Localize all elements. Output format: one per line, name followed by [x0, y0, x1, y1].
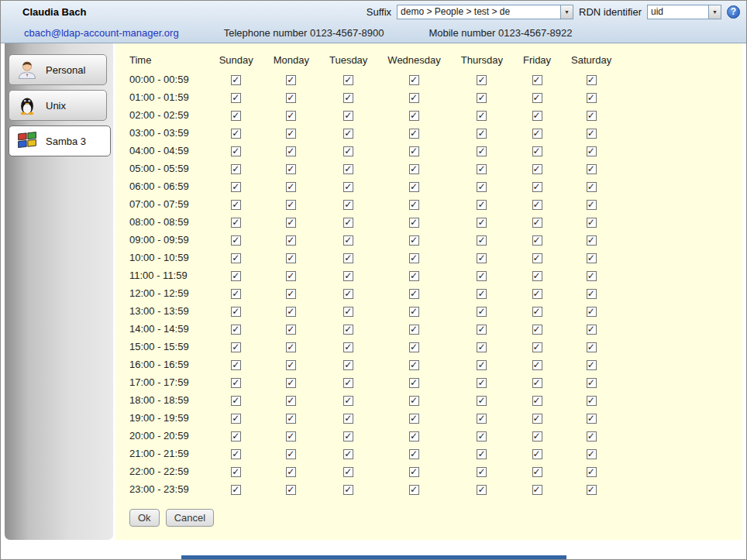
- logon-hour-checkbox[interactable]: [231, 218, 241, 228]
- logon-hour-checkbox[interactable]: [477, 378, 487, 388]
- suffix-select[interactable]: demo > People > test > de ▼: [397, 5, 573, 19]
- logon-hour-checkbox[interactable]: [477, 431, 487, 441]
- logon-hour-checkbox[interactable]: [231, 467, 241, 477]
- logon-hour-checkbox[interactable]: [231, 342, 241, 352]
- logon-hour-checkbox[interactable]: [231, 289, 241, 299]
- logon-hour-checkbox[interactable]: [532, 342, 542, 352]
- logon-hour-checkbox[interactable]: [231, 449, 241, 459]
- ok-button[interactable]: Ok: [129, 509, 160, 527]
- logon-hour-checkbox[interactable]: [587, 360, 597, 370]
- logon-hour-checkbox[interactable]: [286, 75, 296, 85]
- logon-hour-checkbox[interactable]: [477, 307, 487, 317]
- tab-personal[interactable]: Personal: [9, 54, 107, 85]
- logon-hour-checkbox[interactable]: [532, 467, 542, 477]
- logon-hour-checkbox[interactable]: [587, 449, 597, 459]
- logon-hour-checkbox[interactable]: [587, 378, 597, 388]
- logon-hour-checkbox[interactable]: [532, 182, 542, 192]
- logon-hour-checkbox[interactable]: [587, 342, 597, 352]
- logon-hour-checkbox[interactable]: [587, 289, 597, 299]
- logon-hour-checkbox[interactable]: [409, 218, 419, 228]
- logon-hour-checkbox[interactable]: [532, 307, 542, 317]
- logon-hour-checkbox[interactable]: [532, 75, 542, 85]
- logon-hour-checkbox[interactable]: [231, 182, 241, 192]
- logon-hour-checkbox[interactable]: [343, 93, 353, 103]
- logon-hour-checkbox[interactable]: [231, 75, 241, 85]
- logon-hour-checkbox[interactable]: [477, 129, 487, 139]
- logon-hour-checkbox[interactable]: [477, 342, 487, 352]
- logon-hour-checkbox[interactable]: [587, 182, 597, 192]
- logon-hour-checkbox[interactable]: [532, 396, 542, 406]
- logon-hour-checkbox[interactable]: [286, 111, 296, 121]
- logon-hour-checkbox[interactable]: [532, 200, 542, 210]
- logon-hour-checkbox[interactable]: [532, 164, 542, 174]
- email-link[interactable]: cbach@ldap-account-manager.org: [24, 27, 179, 39]
- logon-hour-checkbox[interactable]: [343, 111, 353, 121]
- logon-hour-checkbox[interactable]: [231, 378, 241, 388]
- logon-hour-checkbox[interactable]: [409, 200, 419, 210]
- logon-hour-checkbox[interactable]: [343, 289, 353, 299]
- logon-hour-checkbox[interactable]: [231, 414, 241, 424]
- logon-hour-checkbox[interactable]: [477, 164, 487, 174]
- logon-hour-checkbox[interactable]: [286, 325, 296, 335]
- logon-hour-checkbox[interactable]: [477, 200, 487, 210]
- logon-hour-checkbox[interactable]: [532, 325, 542, 335]
- logon-hour-checkbox[interactable]: [532, 449, 542, 459]
- logon-hour-checkbox[interactable]: [231, 129, 241, 139]
- logon-hour-checkbox[interactable]: [343, 307, 353, 317]
- logon-hour-checkbox[interactable]: [587, 325, 597, 335]
- logon-hour-checkbox[interactable]: [409, 307, 419, 317]
- logon-hour-checkbox[interactable]: [532, 129, 542, 139]
- logon-hour-checkbox[interactable]: [532, 235, 542, 246]
- cancel-button[interactable]: Cancel: [166, 509, 214, 527]
- logon-hour-checkbox[interactable]: [532, 289, 542, 299]
- logon-hour-checkbox[interactable]: [409, 396, 419, 406]
- logon-hour-checkbox[interactable]: [286, 218, 296, 228]
- logon-hour-checkbox[interactable]: [477, 235, 487, 246]
- logon-hour-checkbox[interactable]: [587, 414, 597, 424]
- logon-hour-checkbox[interactable]: [286, 360, 296, 370]
- logon-hour-checkbox[interactable]: [343, 325, 353, 335]
- logon-hour-checkbox[interactable]: [409, 253, 419, 263]
- logon-hour-checkbox[interactable]: [343, 129, 353, 139]
- logon-hour-checkbox[interactable]: [409, 271, 419, 281]
- logon-hour-checkbox[interactable]: [532, 253, 542, 263]
- logon-hour-checkbox[interactable]: [286, 342, 296, 352]
- logon-hour-checkbox[interactable]: [409, 431, 419, 441]
- logon-hour-checkbox[interactable]: [231, 360, 241, 370]
- logon-hour-checkbox[interactable]: [409, 111, 419, 121]
- logon-hour-checkbox[interactable]: [343, 75, 353, 85]
- tab-unix[interactable]: Unix: [9, 90, 107, 121]
- logon-hour-checkbox[interactable]: [587, 129, 597, 139]
- logon-hour-checkbox[interactable]: [587, 396, 597, 406]
- logon-hour-checkbox[interactable]: [286, 253, 296, 263]
- logon-hour-checkbox[interactable]: [343, 431, 353, 441]
- logon-hour-checkbox[interactable]: [587, 253, 597, 263]
- logon-hour-checkbox[interactable]: [477, 111, 487, 121]
- logon-hour-checkbox[interactable]: [343, 164, 353, 174]
- logon-hour-checkbox[interactable]: [409, 325, 419, 335]
- help-icon[interactable]: ?: [727, 5, 740, 19]
- logon-hour-checkbox[interactable]: [409, 146, 419, 156]
- logon-hour-checkbox[interactable]: [587, 467, 597, 477]
- logon-hour-checkbox[interactable]: [532, 378, 542, 388]
- logon-hour-checkbox[interactable]: [587, 93, 597, 103]
- logon-hour-checkbox[interactable]: [477, 360, 487, 370]
- logon-hour-checkbox[interactable]: [532, 271, 542, 281]
- logon-hour-checkbox[interactable]: [343, 235, 353, 246]
- logon-hour-checkbox[interactable]: [477, 182, 487, 192]
- logon-hour-checkbox[interactable]: [477, 325, 487, 335]
- logon-hour-checkbox[interactable]: [409, 485, 419, 495]
- logon-hour-checkbox[interactable]: [286, 146, 296, 156]
- logon-hour-checkbox[interactable]: [286, 485, 296, 495]
- logon-hour-checkbox[interactable]: [587, 111, 597, 121]
- logon-hour-checkbox[interactable]: [231, 396, 241, 406]
- logon-hour-checkbox[interactable]: [409, 75, 419, 85]
- logon-hour-checkbox[interactable]: [532, 93, 542, 103]
- logon-hour-checkbox[interactable]: [231, 164, 241, 174]
- logon-hour-checkbox[interactable]: [532, 111, 542, 121]
- logon-hour-checkbox[interactable]: [343, 146, 353, 156]
- logon-hour-checkbox[interactable]: [409, 93, 419, 103]
- logon-hour-checkbox[interactable]: [477, 271, 487, 281]
- logon-hour-checkbox[interactable]: [409, 414, 419, 424]
- logon-hour-checkbox[interactable]: [343, 467, 353, 477]
